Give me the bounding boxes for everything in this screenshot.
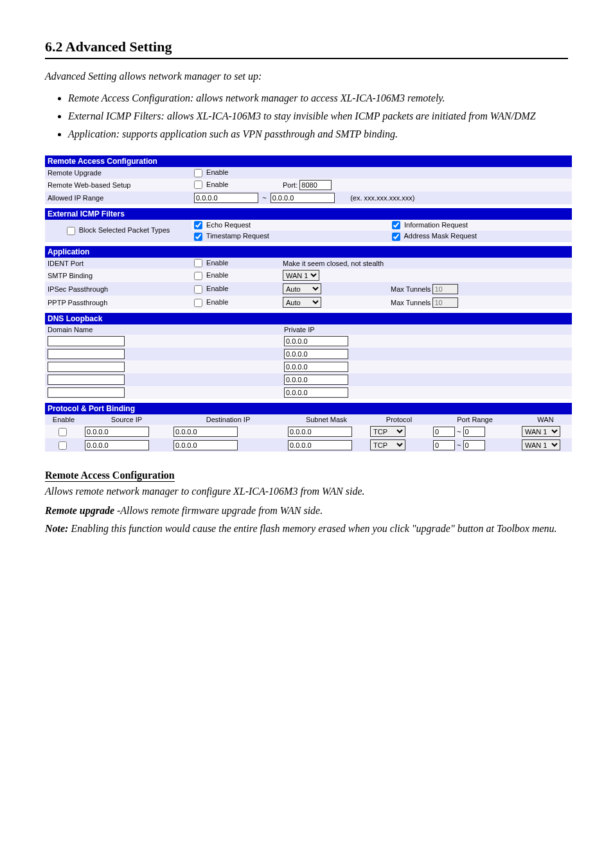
label-note: Note: xyxy=(45,523,68,534)
label-remote-upgrade: Remote Upgrade xyxy=(45,167,191,179)
label-remote-upgrade-desc: Remote upgrade xyxy=(45,505,114,516)
label-ident-port: IDENT Port xyxy=(45,258,191,269)
section-title-icmp: External ICMP Filters xyxy=(45,208,572,220)
checkbox-address-mask-request[interactable] xyxy=(392,233,400,241)
col-protocol: Protocol xyxy=(368,414,431,425)
input-binding-port-to-0[interactable] xyxy=(463,427,485,437)
select-binding-proto-0[interactable]: TCP xyxy=(370,426,405,437)
input-dns-ip-4[interactable] xyxy=(284,387,348,398)
hint-ident: Make it seem closed, not stealth xyxy=(280,258,572,269)
input-dns-ip-1[interactable] xyxy=(284,349,348,359)
input-dns-domain-0[interactable] xyxy=(48,336,125,346)
input-pptp-max-tunnels xyxy=(432,297,458,308)
label-max-tunnels: Max Tunnels xyxy=(391,285,431,293)
label-address-mask-request: Address Mask Request xyxy=(404,232,477,240)
input-binding-mask-1[interactable] xyxy=(288,440,352,450)
select-ipsec-mode[interactable]: Auto xyxy=(283,283,321,294)
input-dns-domain-1[interactable] xyxy=(48,349,125,359)
bullet-application: Application: supports application such a… xyxy=(68,128,568,140)
input-binding-dst-1[interactable] xyxy=(173,440,238,450)
page-heading: 6.2 Advanced Setting xyxy=(45,39,568,59)
label-max-tunnels: Max Tunnels xyxy=(391,299,431,306)
intro-text: Advanced Setting allows network manager … xyxy=(45,71,568,82)
input-dns-domain-3[interactable] xyxy=(48,375,125,385)
input-binding-port-from-1[interactable] xyxy=(433,440,455,450)
select-binding-wan-1[interactable]: WAN 1 xyxy=(522,439,560,450)
label-enable: Enable xyxy=(206,271,228,279)
input-dns-ip-3[interactable] xyxy=(284,375,348,385)
checkbox-information-request[interactable] xyxy=(392,221,400,229)
input-binding-dst-0[interactable] xyxy=(173,427,238,437)
desc-title-remote-access: Remote Access Configuration xyxy=(45,470,175,482)
section-title-application: Application xyxy=(45,246,572,258)
col-enable: Enable xyxy=(45,414,82,425)
section-title-dns: DNS Loopback xyxy=(45,313,572,324)
input-allowed-ip-from[interactable] xyxy=(194,193,258,203)
select-pptp-mode[interactable]: Auto xyxy=(283,297,321,308)
config-screenshot: Remote Access Configuration Remote Upgra… xyxy=(45,155,572,452)
input-binding-src-1[interactable] xyxy=(85,440,149,450)
label-enable: Enable xyxy=(206,181,228,188)
col-domain-name: Domain Name xyxy=(45,324,281,335)
checkbox-timestamp-request[interactable] xyxy=(194,233,202,241)
checkbox-binding-enable-1[interactable] xyxy=(58,441,67,450)
input-binding-mask-0[interactable] xyxy=(288,427,352,437)
tilde: ~ xyxy=(457,441,461,449)
label-enable: Enable xyxy=(206,259,228,267)
hint-ip-format: (ex. xxx.xxx.xxx.xxx) xyxy=(350,194,414,202)
label-remote-web-setup: Remote Web-based Setup xyxy=(45,179,191,191)
tilde: ~ xyxy=(262,194,266,202)
input-dns-ip-2[interactable] xyxy=(284,362,348,372)
label-smtp-binding: SMTP Binding xyxy=(45,269,191,282)
checkbox-block-selected-packet-types[interactable] xyxy=(67,227,75,235)
body-note: Enabling this function would cause the e… xyxy=(71,523,556,534)
label-ipsec-passthrough: IPSec Passthrough xyxy=(45,282,191,296)
col-source-ip: Source IP xyxy=(82,414,171,425)
input-dns-domain-2[interactable] xyxy=(48,362,125,372)
select-smtp-wan[interactable]: WAN 1 xyxy=(283,270,319,281)
input-ipsec-max-tunnels xyxy=(432,284,458,294)
section-title-remote-access: Remote Access Configuration xyxy=(45,155,572,167)
label-block-packet-types: Block Selected Packet Types xyxy=(79,226,170,234)
checkbox-remote-upgrade-enable[interactable] xyxy=(194,169,202,177)
input-binding-src-0[interactable] xyxy=(85,427,149,437)
checkbox-pptp-enable[interactable] xyxy=(194,299,202,307)
checkbox-smtp-enable[interactable] xyxy=(194,272,202,280)
select-binding-proto-1[interactable]: TCP xyxy=(370,439,405,450)
label-enable: Enable xyxy=(206,168,228,176)
col-port-range: Port Range xyxy=(431,414,519,425)
input-binding-port-from-0[interactable] xyxy=(433,427,455,437)
input-binding-port-to-1[interactable] xyxy=(463,440,485,450)
bullet-icmp-filters: External ICMP Filters: allows XL-ICA-106… xyxy=(68,111,568,122)
input-allowed-ip-to[interactable] xyxy=(271,193,335,203)
col-destination-ip: Destination IP xyxy=(171,414,285,425)
col-private-ip: Private IP xyxy=(281,324,572,335)
label-allowed-ip-range: Allowed IP Range xyxy=(45,191,191,204)
checkbox-remote-web-enable[interactable] xyxy=(194,181,202,189)
col-wan: WAN xyxy=(519,414,572,425)
label-port: Port: xyxy=(283,181,298,189)
label-enable: Enable xyxy=(206,285,228,292)
input-dns-domain-4[interactable] xyxy=(48,387,125,398)
col-subnet-mask: Subnet Mask xyxy=(285,414,368,425)
checkbox-ident-enable[interactable] xyxy=(194,259,202,267)
label-enable: Enable xyxy=(206,298,228,306)
checkbox-binding-enable-0[interactable] xyxy=(58,428,67,436)
label-echo-request: Echo Request xyxy=(206,221,251,229)
label-timestamp-request: Timestamp Request xyxy=(206,232,269,240)
body-remote-upgrade-desc: -Allows remote firmware upgrade from WAN… xyxy=(117,505,323,516)
input-dns-ip-0[interactable] xyxy=(284,336,348,346)
bullet-remote-access: Remote Access Configuration: allows netw… xyxy=(68,93,568,104)
desc-body-remote-access: Allows remote network manager to configu… xyxy=(45,486,568,497)
label-information-request: Information Request xyxy=(404,221,468,229)
select-binding-wan-0[interactable]: WAN 1 xyxy=(522,426,560,437)
section-title-binding: Protocol & Port Binding xyxy=(45,403,572,414)
checkbox-ipsec-enable[interactable] xyxy=(194,285,202,294)
input-remote-web-port[interactable] xyxy=(299,180,332,190)
label-pptp-passthrough: PPTP Passthrough xyxy=(45,296,191,309)
checkbox-echo-request[interactable] xyxy=(194,221,202,229)
tilde: ~ xyxy=(457,428,461,436)
